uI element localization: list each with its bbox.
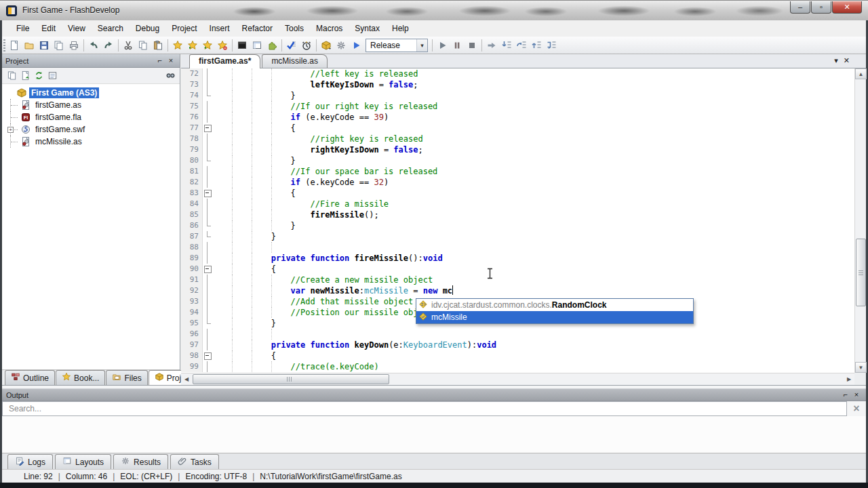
title-bar[interactable]: First Game - FlashDevelop – ▫ ✕ (0, 0, 868, 20)
close-panel-icon[interactable]: × (165, 56, 176, 66)
new-item-icon[interactable] (5, 69, 18, 83)
pin-icon[interactable]: ⌐ (840, 390, 851, 400)
undo-icon[interactable] (86, 38, 101, 53)
layouts-icon (62, 456, 72, 468)
copy-icon[interactable] (136, 38, 151, 53)
redo-icon[interactable] (101, 38, 116, 53)
bottom-tab-results[interactable]: Results (113, 454, 168, 469)
bookmark-icon[interactable] (170, 38, 185, 53)
fold-marker (203, 177, 212, 188)
pin-icon[interactable]: ⌐ (155, 56, 165, 66)
fold-marker[interactable] (203, 123, 212, 134)
menu-macros[interactable]: Macros (310, 21, 349, 36)
syntax-check-icon[interactable] (284, 38, 299, 53)
step-into-icon[interactable] (499, 38, 514, 53)
tab-list-dropdown-icon[interactable]: ▾ (834, 56, 838, 65)
menu-file[interactable]: File (10, 21, 35, 36)
debug-start-icon[interactable] (349, 38, 363, 53)
tree-item-firstgame-as[interactable]: firstGame.as (2, 99, 180, 111)
step-continue-icon[interactable] (544, 38, 559, 53)
scroll-up-icon[interactable]: ▲ (855, 68, 867, 79)
pause-icon[interactable] (450, 38, 465, 53)
new-file-icon[interactable] (7, 38, 22, 53)
tree-item-firstgame-fla[interactable]: FlfirstGame.fla (2, 111, 180, 123)
open-file-icon[interactable] (22, 38, 37, 53)
refresh-icon[interactable] (32, 69, 45, 83)
fold-marker[interactable] (203, 264, 212, 274)
sync-project-icon[interactable] (18, 69, 32, 83)
maximize-button[interactable]: ▫ (811, 1, 831, 14)
print-icon[interactable] (66, 38, 81, 53)
horizontal-scrollbar[interactable]: ◀ ▶ (181, 373, 854, 385)
menu-syntax[interactable]: Syntax (349, 21, 386, 36)
chevron-down-icon[interactable]: ▾ (416, 39, 427, 52)
stop-icon[interactable] (465, 38, 479, 53)
project-properties-icon[interactable] (45, 69, 59, 83)
fullscreen-icon[interactable] (235, 38, 250, 53)
bookmark-clear-icon[interactable] (215, 38, 230, 53)
save-icon[interactable] (37, 38, 52, 53)
step-out-icon[interactable] (529, 38, 544, 53)
scroll-down-icon[interactable]: ▼ (855, 362, 867, 373)
fold-marker[interactable] (203, 188, 212, 199)
scroll-right-icon[interactable]: ▶ (844, 373, 854, 385)
bookmark-next-icon[interactable] (185, 38, 200, 53)
panel-tab-files[interactable]: Files (106, 370, 147, 385)
plugins-icon[interactable] (264, 38, 279, 53)
menu-help[interactable]: Help (386, 21, 415, 36)
paste-icon[interactable] (151, 38, 165, 53)
bottom-tab-layouts[interactable]: Layouts (55, 454, 111, 469)
clear-search-icon[interactable]: × (848, 401, 865, 416)
close-panel-icon[interactable]: × (851, 390, 862, 400)
expand-icon[interactable]: + (7, 127, 14, 133)
horizontal-scroll-thumb[interactable] (193, 374, 389, 384)
resume-icon[interactable] (484, 38, 499, 53)
bottom-tab-tasks[interactable]: Tasks (170, 454, 219, 469)
step-over-icon[interactable] (514, 38, 529, 53)
timer-icon[interactable] (299, 38, 314, 53)
code-text: } (212, 155, 854, 166)
project-icon (155, 372, 164, 384)
close-document-icon[interactable]: ✕ (844, 56, 850, 65)
menu-tools[interactable]: Tools (279, 21, 310, 36)
autocomplete-item-mcmissile[interactable]: mcMissile (416, 311, 693, 323)
line-number: 74 (181, 90, 203, 101)
bookmark-prev-icon[interactable] (200, 38, 215, 53)
close-button[interactable]: ✕ (832, 1, 862, 14)
menu-view[interactable]: View (62, 21, 92, 36)
vertical-scroll-thumb[interactable] (856, 239, 866, 306)
menu-refactor[interactable]: Refactor (236, 21, 279, 36)
vertical-scrollbar[interactable]: ▲ ▼ (854, 68, 866, 373)
build-config-select[interactable]: Release▾ (366, 39, 428, 52)
code-content: } (212, 232, 276, 241)
cut-icon[interactable] (121, 38, 136, 53)
fold-marker (203, 90, 212, 101)
document-tab-mcmissile-as[interactable]: mcMissile.as (262, 54, 328, 68)
code-line: 86 } (181, 220, 854, 231)
panel-layout-icon[interactable] (250, 38, 264, 53)
toolbar-grip[interactable] (3, 39, 5, 52)
menu-insert[interactable]: Insert (203, 21, 236, 36)
tree-item-mcmissile-as[interactable]: mcMissile.as (2, 136, 180, 148)
menu-project[interactable]: Project (165, 21, 203, 36)
bottom-tab-logs[interactable]: Logs (7, 454, 53, 469)
save-all-icon[interactable] (52, 38, 66, 53)
output-search-input[interactable]: Search... (2, 401, 847, 416)
document-tab-firstgame-as-[interactable]: firstGame.as* (189, 54, 260, 68)
panel-tab-outline[interactable]: Outline (5, 370, 55, 385)
menu-edit[interactable]: Edit (35, 21, 62, 36)
scroll-left-icon[interactable]: ◀ (181, 373, 192, 385)
minimize-button[interactable]: – (790, 1, 810, 14)
build-project-icon[interactable] (319, 38, 334, 53)
run-icon[interactable] (435, 38, 450, 53)
settings-gear-icon[interactable] (334, 38, 349, 53)
menu-debug[interactable]: Debug (130, 21, 165, 36)
code-area[interactable]: 72 //left key is released73 leftKeyIsDow… (181, 68, 854, 373)
fold-marker[interactable] (203, 350, 212, 361)
menu-search[interactable]: Search (92, 21, 130, 36)
panel-tab-book[interactable]: Book... (56, 370, 105, 385)
autocomplete-item-randomclock[interactable]: idv.cjcat.stardust.common.clocks.RandomC… (416, 299, 693, 311)
tree-item-first-game-as3-[interactable]: First Game (AS3) (2, 87, 180, 99)
find-in-files-icon[interactable] (163, 69, 177, 83)
tree-item-firstgame-swf[interactable]: +firstGame.swf (2, 123, 180, 136)
